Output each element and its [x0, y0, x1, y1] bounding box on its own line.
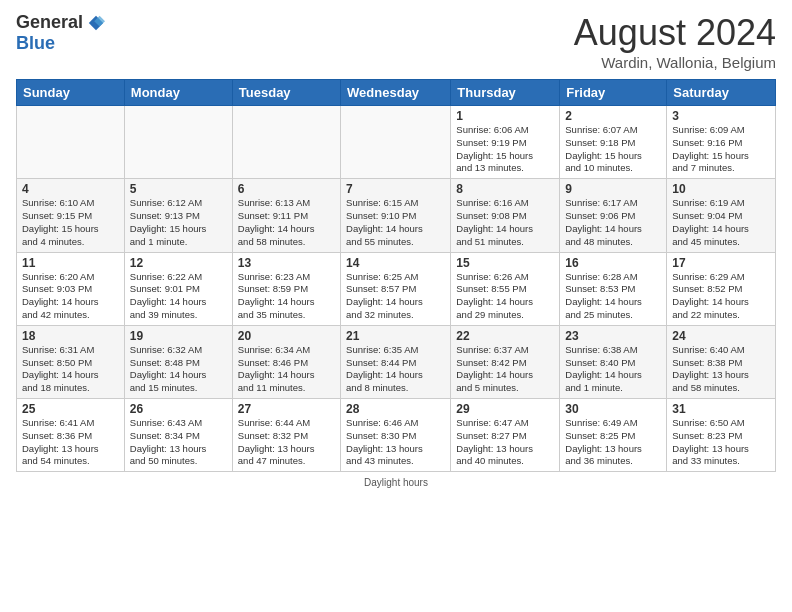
day-number: 5 [130, 182, 227, 196]
cell-week2-day1: 5Sunrise: 6:12 AM Sunset: 9:13 PM Daylig… [124, 179, 232, 252]
day-info: Sunrise: 6:16 AM Sunset: 9:08 PM Dayligh… [456, 197, 554, 248]
day-info: Sunrise: 6:17 AM Sunset: 9:06 PM Dayligh… [565, 197, 661, 248]
cell-week1-day6: 3Sunrise: 6:09 AM Sunset: 9:16 PM Daylig… [667, 106, 776, 179]
day-number: 28 [346, 402, 445, 416]
day-number: 9 [565, 182, 661, 196]
cell-week4-day0: 18Sunrise: 6:31 AM Sunset: 8:50 PM Dayli… [17, 325, 125, 398]
day-number: 4 [22, 182, 119, 196]
day-info: Sunrise: 6:26 AM Sunset: 8:55 PM Dayligh… [456, 271, 554, 322]
cell-week2-day4: 8Sunrise: 6:16 AM Sunset: 9:08 PM Daylig… [451, 179, 560, 252]
cell-week1-day1 [124, 106, 232, 179]
week-row-1: 1Sunrise: 6:06 AM Sunset: 9:19 PM Daylig… [17, 106, 776, 179]
day-info: Sunrise: 6:44 AM Sunset: 8:32 PM Dayligh… [238, 417, 335, 468]
day-number: 3 [672, 109, 770, 123]
day-number: 30 [565, 402, 661, 416]
cell-week2-day0: 4Sunrise: 6:10 AM Sunset: 9:15 PM Daylig… [17, 179, 125, 252]
day-info: Sunrise: 6:29 AM Sunset: 8:52 PM Dayligh… [672, 271, 770, 322]
logo-blue-text: Blue [16, 33, 55, 54]
cell-week3-day3: 14Sunrise: 6:25 AM Sunset: 8:57 PM Dayli… [341, 252, 451, 325]
day-number: 19 [130, 329, 227, 343]
day-info: Sunrise: 6:49 AM Sunset: 8:25 PM Dayligh… [565, 417, 661, 468]
cell-week4-day5: 23Sunrise: 6:38 AM Sunset: 8:40 PM Dayli… [560, 325, 667, 398]
cell-week1-day2 [232, 106, 340, 179]
day-number: 20 [238, 329, 335, 343]
day-info: Sunrise: 6:35 AM Sunset: 8:44 PM Dayligh… [346, 344, 445, 395]
day-info: Sunrise: 6:10 AM Sunset: 9:15 PM Dayligh… [22, 197, 119, 248]
day-number: 8 [456, 182, 554, 196]
day-number: 11 [22, 256, 119, 270]
header: General Blue August 2024 Wardin, Walloni… [16, 12, 776, 71]
day-number: 14 [346, 256, 445, 270]
day-info: Sunrise: 6:07 AM Sunset: 9:18 PM Dayligh… [565, 124, 661, 175]
cell-week5-day4: 29Sunrise: 6:47 AM Sunset: 8:27 PM Dayli… [451, 399, 560, 472]
cell-week5-day0: 25Sunrise: 6:41 AM Sunset: 8:36 PM Dayli… [17, 399, 125, 472]
cell-week5-day5: 30Sunrise: 6:49 AM Sunset: 8:25 PM Dayli… [560, 399, 667, 472]
logo-icon [87, 14, 105, 32]
day-info: Sunrise: 6:32 AM Sunset: 8:48 PM Dayligh… [130, 344, 227, 395]
day-number: 16 [565, 256, 661, 270]
day-info: Sunrise: 6:19 AM Sunset: 9:04 PM Dayligh… [672, 197, 770, 248]
cell-week1-day3 [341, 106, 451, 179]
calendar-header-row: SundayMondayTuesdayWednesdayThursdayFrid… [17, 80, 776, 106]
day-number: 2 [565, 109, 661, 123]
cell-week1-day0 [17, 106, 125, 179]
cell-week5-day1: 26Sunrise: 6:43 AM Sunset: 8:34 PM Dayli… [124, 399, 232, 472]
week-row-4: 18Sunrise: 6:31 AM Sunset: 8:50 PM Dayli… [17, 325, 776, 398]
cell-week4-day6: 24Sunrise: 6:40 AM Sunset: 8:38 PM Dayli… [667, 325, 776, 398]
cell-week5-day2: 27Sunrise: 6:44 AM Sunset: 8:32 PM Dayli… [232, 399, 340, 472]
day-info: Sunrise: 6:25 AM Sunset: 8:57 PM Dayligh… [346, 271, 445, 322]
day-info: Sunrise: 6:06 AM Sunset: 9:19 PM Dayligh… [456, 124, 554, 175]
header-sunday: Sunday [17, 80, 125, 106]
header-friday: Friday [560, 80, 667, 106]
cell-week1-day5: 2Sunrise: 6:07 AM Sunset: 9:18 PM Daylig… [560, 106, 667, 179]
day-info: Sunrise: 6:22 AM Sunset: 9:01 PM Dayligh… [130, 271, 227, 322]
day-info: Sunrise: 6:43 AM Sunset: 8:34 PM Dayligh… [130, 417, 227, 468]
day-number: 6 [238, 182, 335, 196]
day-number: 12 [130, 256, 227, 270]
cell-week2-day2: 6Sunrise: 6:13 AM Sunset: 9:11 PM Daylig… [232, 179, 340, 252]
logo: General Blue [16, 12, 105, 54]
cell-week3-day4: 15Sunrise: 6:26 AM Sunset: 8:55 PM Dayli… [451, 252, 560, 325]
week-row-5: 25Sunrise: 6:41 AM Sunset: 8:36 PM Dayli… [17, 399, 776, 472]
cell-week4-day1: 19Sunrise: 6:32 AM Sunset: 8:48 PM Dayli… [124, 325, 232, 398]
header-thursday: Thursday [451, 80, 560, 106]
day-info: Sunrise: 6:20 AM Sunset: 9:03 PM Dayligh… [22, 271, 119, 322]
day-number: 10 [672, 182, 770, 196]
day-info: Sunrise: 6:23 AM Sunset: 8:59 PM Dayligh… [238, 271, 335, 322]
header-wednesday: Wednesday [341, 80, 451, 106]
cell-week3-day2: 13Sunrise: 6:23 AM Sunset: 8:59 PM Dayli… [232, 252, 340, 325]
day-number: 1 [456, 109, 554, 123]
day-number: 17 [672, 256, 770, 270]
title-area: August 2024 Wardin, Wallonia, Belgium [574, 12, 776, 71]
footer-note: Daylight hours [16, 477, 776, 488]
day-info: Sunrise: 6:13 AM Sunset: 9:11 PM Dayligh… [238, 197, 335, 248]
cell-week4-day2: 20Sunrise: 6:34 AM Sunset: 8:46 PM Dayli… [232, 325, 340, 398]
day-info: Sunrise: 6:40 AM Sunset: 8:38 PM Dayligh… [672, 344, 770, 395]
day-number: 26 [130, 402, 227, 416]
month-title: August 2024 [574, 12, 776, 54]
day-info: Sunrise: 6:15 AM Sunset: 9:10 PM Dayligh… [346, 197, 445, 248]
day-info: Sunrise: 6:41 AM Sunset: 8:36 PM Dayligh… [22, 417, 119, 468]
cell-week3-day0: 11Sunrise: 6:20 AM Sunset: 9:03 PM Dayli… [17, 252, 125, 325]
cell-week3-day6: 17Sunrise: 6:29 AM Sunset: 8:52 PM Dayli… [667, 252, 776, 325]
cell-week4-day3: 21Sunrise: 6:35 AM Sunset: 8:44 PM Dayli… [341, 325, 451, 398]
cell-week3-day1: 12Sunrise: 6:22 AM Sunset: 9:01 PM Dayli… [124, 252, 232, 325]
day-number: 29 [456, 402, 554, 416]
day-info: Sunrise: 6:47 AM Sunset: 8:27 PM Dayligh… [456, 417, 554, 468]
day-info: Sunrise: 6:38 AM Sunset: 8:40 PM Dayligh… [565, 344, 661, 395]
day-number: 23 [565, 329, 661, 343]
day-info: Sunrise: 6:28 AM Sunset: 8:53 PM Dayligh… [565, 271, 661, 322]
cell-week3-day5: 16Sunrise: 6:28 AM Sunset: 8:53 PM Dayli… [560, 252, 667, 325]
day-number: 24 [672, 329, 770, 343]
header-saturday: Saturday [667, 80, 776, 106]
day-info: Sunrise: 6:46 AM Sunset: 8:30 PM Dayligh… [346, 417, 445, 468]
location: Wardin, Wallonia, Belgium [574, 54, 776, 71]
week-row-3: 11Sunrise: 6:20 AM Sunset: 9:03 PM Dayli… [17, 252, 776, 325]
day-number: 27 [238, 402, 335, 416]
day-number: 31 [672, 402, 770, 416]
day-info: Sunrise: 6:50 AM Sunset: 8:23 PM Dayligh… [672, 417, 770, 468]
cell-week2-day5: 9Sunrise: 6:17 AM Sunset: 9:06 PM Daylig… [560, 179, 667, 252]
day-info: Sunrise: 6:09 AM Sunset: 9:16 PM Dayligh… [672, 124, 770, 175]
header-tuesday: Tuesday [232, 80, 340, 106]
cell-week2-day3: 7Sunrise: 6:15 AM Sunset: 9:10 PM Daylig… [341, 179, 451, 252]
